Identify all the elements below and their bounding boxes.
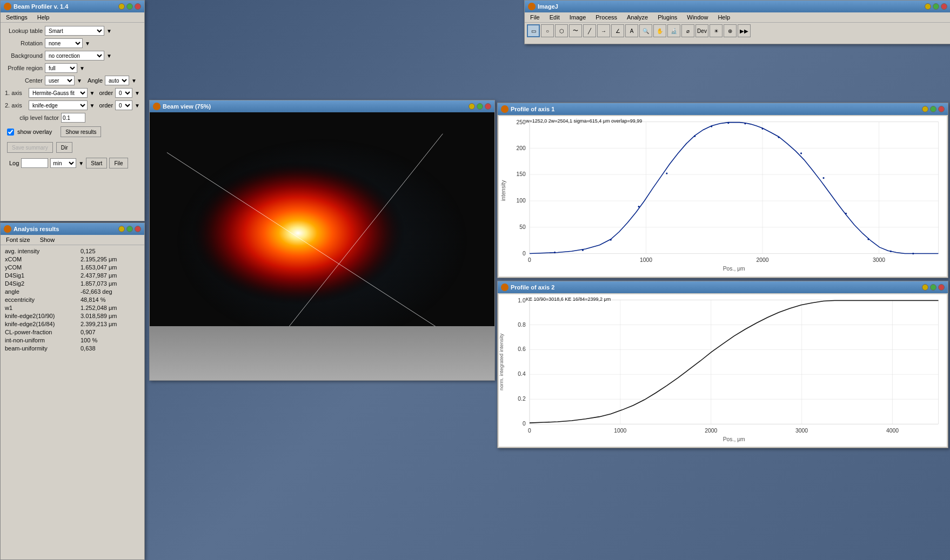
maximize-button[interactable]	[126, 3, 133, 10]
svg-rect-6	[530, 122, 938, 254]
imagej-title: ImageJ	[538, 3, 558, 10]
ij-image-menu[interactable]: Image	[567, 14, 588, 21]
ij-color-tool[interactable]: ▶▶	[738, 24, 751, 37]
ij-brightness-tool[interactable]: ☀	[710, 24, 722, 37]
ar-maximize-button[interactable]	[126, 226, 133, 232]
ar-key-0: avg. intensity	[5, 248, 81, 254]
save-summary-button[interactable]: Save summary	[7, 142, 53, 153]
axis2-order-label: order	[99, 102, 113, 109]
center-dropdown-icon[interactable]: ▼	[77, 78, 82, 84]
svg-text:100: 100	[516, 198, 525, 204]
ar-row: CL-power-fraction 0,907	[5, 328, 140, 336]
axis1-fit-select[interactable]: Hermite-Gauss fit Gaussian fit knife-edg…	[29, 88, 88, 98]
ij-freehand-tool[interactable]: 〜	[569, 24, 582, 37]
ar-close-button[interactable]	[135, 226, 141, 232]
ij-hand-tool[interactable]: ✋	[653, 24, 666, 37]
ij-magnify-tool[interactable]: 🔍	[639, 24, 652, 37]
profile-region-select[interactable]: full ROI	[45, 63, 77, 73]
pa1-maximize-button[interactable]	[930, 106, 936, 112]
ij-text-tool[interactable]: A	[625, 24, 638, 37]
ij-maximize-button[interactable]	[933, 3, 939, 10]
ij-angle-tool[interactable]: ∠	[611, 24, 624, 37]
titlebar-buttons	[118, 3, 141, 10]
font-size-menu[interactable]: Font size	[4, 236, 32, 244]
show-results-button[interactable]: Show results	[61, 126, 101, 137]
lookup-dropdown-icon[interactable]: ▼	[106, 28, 112, 34]
bv-app-icon	[153, 103, 160, 110]
pa1-close-button[interactable]	[938, 106, 945, 112]
ij-poly-tool[interactable]: ⬡	[555, 24, 568, 37]
bv-maximize-button[interactable]	[477, 103, 483, 110]
ar-value-0: 0,125	[81, 248, 135, 254]
axis2-fit-select[interactable]: Hermite-Gauss fit Gaussian fit knife-edg…	[29, 100, 88, 110]
beam-view-titlebar[interactable]: Beam view (75%)	[150, 100, 494, 112]
angle-select[interactable]: auto 0 45 90	[105, 76, 129, 85]
pa1-titlebar-left: Profile of axis 1	[501, 105, 554, 113]
help-menu[interactable]: Help	[35, 14, 52, 21]
pa2-titlebar[interactable]: Profile of axis 2	[498, 281, 948, 293]
bv-close-button[interactable]	[485, 103, 491, 110]
svg-text:intensity: intensity	[501, 180, 507, 201]
pa2-maximize-button[interactable]	[930, 284, 936, 291]
lookup-table-select[interactable]: Smart Fire Grays Rainbow	[45, 26, 104, 36]
ar-value-7: 1.252,048 μm	[81, 305, 135, 311]
settings-menu[interactable]: Settings	[4, 14, 30, 21]
ij-analyze-menu[interactable]: Analyze	[625, 14, 650, 21]
rotation-select[interactable]: none 90 180 270	[45, 38, 83, 48]
ij-help-menu[interactable]: Help	[715, 14, 732, 21]
bv-minimize-button[interactable]	[469, 103, 475, 110]
clip-level-input[interactable]	[61, 113, 85, 123]
profile-axis2-title: Profile of axis 2	[511, 284, 554, 291]
ij-file-menu[interactable]: File	[528, 14, 542, 21]
show-overlay-checkbox[interactable]	[7, 129, 14, 136]
background-select[interactable]: no correction min mean	[45, 51, 104, 60]
pa1-minimize-button[interactable]	[922, 106, 928, 112]
file-button[interactable]: File	[109, 158, 128, 168]
axis1-order-dropdown-icon[interactable]: ▼	[135, 90, 140, 96]
ij-window-menu[interactable]: Window	[685, 14, 710, 21]
log-input[interactable]	[21, 158, 48, 168]
axis2-order-dropdown-icon[interactable]: ▼	[135, 103, 140, 109]
imagej-titlebar[interactable]: ImageJ	[525, 1, 950, 12]
log-min-select[interactable]: min mean max	[50, 158, 76, 168]
ij-minimize-button[interactable]	[925, 3, 931, 10]
show-menu[interactable]: Show	[38, 236, 57, 244]
pa2-close-button[interactable]	[938, 284, 945, 291]
ij-rect-tool[interactable]: ▭	[527, 24, 540, 37]
ij-arrow-tool[interactable]: →	[597, 24, 610, 37]
ij-process-menu[interactable]: Process	[593, 14, 619, 21]
ij-edit-menu[interactable]: Edit	[547, 14, 562, 21]
close-button[interactable]	[135, 3, 141, 10]
svg-text:Pos., μm: Pos., μm	[723, 266, 745, 272]
ij-close-button[interactable]	[941, 3, 947, 10]
profile-region-dropdown-icon[interactable]: ▼	[79, 65, 85, 71]
ij-oval-tool[interactable]: ○	[541, 24, 554, 37]
rotation-dropdown-icon[interactable]: ▼	[85, 41, 90, 46]
axis1-fit-dropdown-icon[interactable]: ▼	[90, 90, 95, 96]
log-dropdown-icon[interactable]: ▼	[78, 160, 84, 166]
pa2-minimize-button[interactable]	[922, 284, 928, 291]
ij-wand-tool[interactable]: ⌀	[681, 24, 694, 37]
ar-row: xCOM 2.195,295 μm	[5, 255, 140, 263]
angle-dropdown-icon[interactable]: ▼	[131, 78, 137, 84]
axis2-fit-dropdown-icon[interactable]: ▼	[90, 103, 95, 109]
ij-magnifyplus-tool[interactable]: Dev	[695, 24, 708, 37]
ar-minimize-button[interactable]	[118, 226, 125, 232]
ar-value-2: 1.653,047 μm	[81, 264, 135, 271]
ij-measure-tool[interactable]: ⊕	[724, 24, 737, 37]
pa1-titlebar[interactable]: Profile of axis 1	[498, 103, 948, 115]
dir-button[interactable]: Dir	[56, 142, 73, 153]
axis1-order-select[interactable]: 0 1 2	[115, 88, 132, 98]
minimize-button[interactable]	[118, 3, 125, 10]
analysis-results-titlebar[interactable]: Analysis results	[1, 223, 144, 235]
axis2-order-select[interactable]: 0 1 2	[115, 100, 132, 110]
ar-value-1: 2.195,295 μm	[81, 256, 135, 262]
background-dropdown-icon[interactable]: ▼	[106, 53, 112, 59]
ij-line-tool[interactable]: ╱	[583, 24, 596, 37]
start-button[interactable]: Start	[86, 158, 107, 168]
show-overlay-label: show overlay	[17, 129, 52, 135]
ij-eyedrop-tool[interactable]: 🔬	[667, 24, 680, 37]
center-select[interactable]: user peak centroid	[45, 76, 75, 85]
beam-profiler-titlebar[interactable]: Beam Profiler v. 1.4	[1, 1, 144, 12]
ij-plugins-menu[interactable]: Plugins	[655, 14, 679, 21]
